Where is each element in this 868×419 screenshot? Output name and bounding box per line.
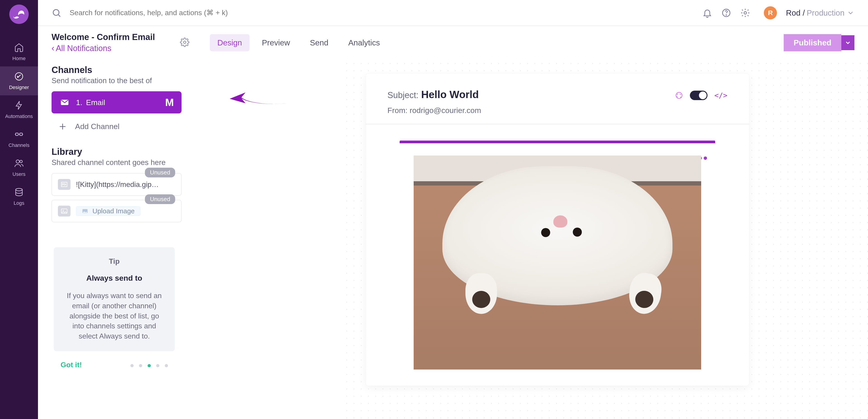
channels-subtitle: Send notification to the best of xyxy=(52,76,330,85)
tab-preview[interactable]: Preview xyxy=(254,34,298,51)
got-it-button[interactable]: Got it! xyxy=(61,361,82,369)
from-value: rodrigo@courier.com xyxy=(410,106,481,115)
tab-design[interactable]: Design xyxy=(210,34,250,51)
brand-accent xyxy=(400,140,715,143)
help-icon[interactable] xyxy=(721,8,731,18)
tip-title: Always send to xyxy=(64,274,165,283)
svg-point-5 xyxy=(16,189,22,191)
tip-body: If you always want to send an email (or … xyxy=(64,291,165,341)
svg-point-10 xyxy=(183,41,186,43)
publish-button[interactable]: Published xyxy=(784,34,841,51)
unused-badge: Unused xyxy=(145,168,175,178)
nav-channels[interactable]: Channels xyxy=(0,124,38,153)
search-input[interactable] xyxy=(70,8,273,17)
palette-icon[interactable] xyxy=(675,91,683,99)
markdown-icon xyxy=(58,179,70,190)
tab-send[interactable]: Send xyxy=(302,34,336,51)
from-label: From: xyxy=(388,106,408,115)
plus-icon xyxy=(58,122,67,131)
svg-rect-1 xyxy=(16,133,18,136)
app-sidebar: Home Designer Automations Channels Users… xyxy=(0,0,38,419)
code-view-button[interactable]: </> xyxy=(714,91,727,100)
nav-logs[interactable]: Logs xyxy=(0,182,38,211)
image-icon xyxy=(82,208,88,215)
chevron-down-icon xyxy=(844,39,851,46)
channel-email[interactable]: 1. Email M xyxy=(52,91,182,114)
svg-point-3 xyxy=(16,160,20,163)
library-item-markdown[interactable]: Unused ![Kitty](https://media.gip… xyxy=(52,173,182,196)
channels-panel: Channels Send notification to the best o… xyxy=(38,60,343,419)
email-body[interactable]: ••• xyxy=(366,124,749,386)
topbar: R Rod / Production xyxy=(38,0,868,26)
notification-settings-gear-icon[interactable] xyxy=(180,37,189,48)
logo[interactable] xyxy=(9,4,29,24)
bell-icon[interactable] xyxy=(702,8,712,18)
svg-point-4 xyxy=(20,160,22,163)
designer-tabs: Design Preview Send Analytics xyxy=(210,34,388,51)
svg-point-13 xyxy=(63,210,64,211)
page-header: Welcome - Confirm Email ‹All Notificatio… xyxy=(38,26,868,60)
unused-badge: Unused xyxy=(145,194,175,204)
library-item-image[interactable]: Unused Upload Image xyxy=(52,200,182,222)
image-icon xyxy=(58,206,70,217)
nav-automations[interactable]: Automations xyxy=(0,95,38,124)
chevron-down-icon xyxy=(847,9,855,17)
gear-icon[interactable] xyxy=(740,8,750,18)
subject-value[interactable]: Hello World xyxy=(421,88,479,101)
arrow-annotation xyxy=(230,92,300,106)
channels-title: Channels xyxy=(52,65,330,75)
page-title: Welcome - Confirm Email xyxy=(52,32,155,42)
user-env-switcher[interactable]: Rod / Production xyxy=(786,8,855,18)
svg-point-9 xyxy=(744,11,747,14)
subject-label: Subject: xyxy=(388,90,418,100)
provider-badge: M xyxy=(165,96,173,108)
library-subtitle: Shared channel content goes here xyxy=(52,158,330,167)
tip-card: Tip Always send to If you always want to… xyxy=(54,247,175,351)
nav-home[interactable]: Home xyxy=(0,37,38,66)
tab-analytics[interactable]: Analytics xyxy=(341,34,388,51)
avatar[interactable]: R xyxy=(764,6,777,20)
svg-rect-2 xyxy=(20,133,22,136)
svg-point-6 xyxy=(53,9,59,15)
svg-point-8 xyxy=(726,15,726,15)
tip-pagination-dots[interactable] xyxy=(130,364,168,367)
nav-designer[interactable]: Designer xyxy=(0,66,38,95)
canvas[interactable]: Subject: Hello World From: rodrigo@couri… xyxy=(343,60,868,419)
breadcrumb-back[interactable]: ‹All Notifications xyxy=(52,43,155,53)
email-icon xyxy=(60,98,69,107)
add-channel-button[interactable]: Add Channel xyxy=(52,114,330,142)
preview-toggle[interactable] xyxy=(690,91,708,100)
content-image[interactable] xyxy=(414,156,701,369)
tip-label: Tip xyxy=(64,257,165,265)
nav-users[interactable]: Users xyxy=(0,153,38,182)
search-icon xyxy=(52,8,61,18)
email-preview-card: Subject: Hello World From: rodrigo@couri… xyxy=(366,73,749,386)
publish-dropdown[interactable] xyxy=(841,35,855,50)
library-title: Library xyxy=(52,147,330,157)
